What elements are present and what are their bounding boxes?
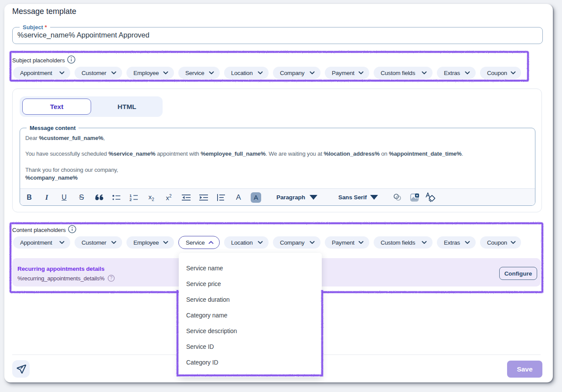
svg-text:2: 2 bbox=[129, 198, 132, 201]
svg-text:?: ? bbox=[110, 276, 112, 280]
